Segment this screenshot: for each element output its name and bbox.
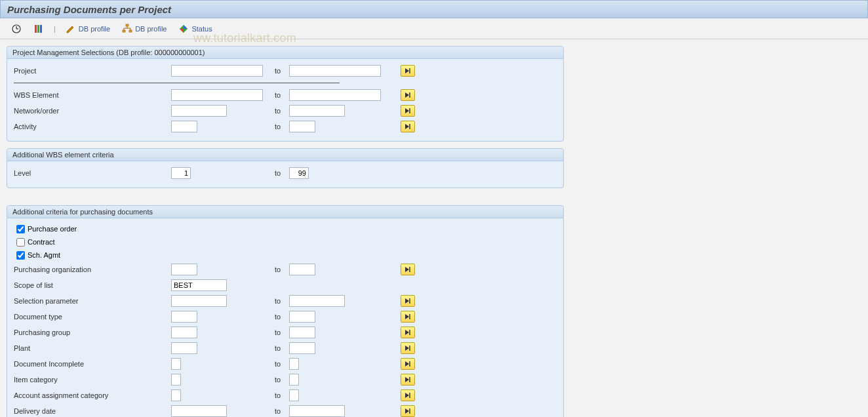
input-selparam-from[interactable]: [171, 295, 227, 307]
input-scope[interactable]: [171, 279, 227, 291]
row-sch-check: Sch. Agmt: [16, 248, 557, 262]
label-deldate: Delivery date: [14, 407, 171, 415]
input-deldate-from[interactable]: [171, 405, 227, 417]
row-pgroup: Purchasing group to: [14, 325, 557, 340]
row-itemcat: Item category to: [14, 372, 557, 387]
to-label: to: [269, 376, 289, 384]
input-activity-to[interactable]: [289, 121, 315, 132]
input-selparam-to[interactable]: [289, 295, 345, 307]
to-label: to: [269, 313, 289, 321]
toolbar: | DB profile DB profile Status: [0, 18, 868, 39]
to-label: to: [269, 360, 289, 368]
checkbox-contract[interactable]: [16, 238, 25, 247]
label-project: Project: [14, 67, 171, 75]
input-activity-from[interactable]: [171, 121, 197, 132]
input-level-from[interactable]: [171, 167, 191, 179]
status-button[interactable]: Status: [174, 22, 216, 36]
to-label: to: [269, 91, 289, 99]
input-acctcat-from[interactable]: [171, 389, 181, 401]
input-project-from[interactable]: [171, 65, 263, 77]
checkbox-sch-agmt[interactable]: [16, 251, 25, 260]
status-diamond-icon: [178, 24, 189, 34]
row-docinc: Document Incomplete to: [14, 356, 557, 372]
svg-rect-6: [126, 24, 128, 26]
to-label: to: [269, 169, 289, 177]
svg-rect-5: [40, 25, 42, 33]
svg-rect-4: [37, 25, 39, 33]
execute-button[interactable]: [7, 22, 26, 36]
input-itemcat-to[interactable]: [289, 374, 299, 386]
input-pgroup-from[interactable]: [171, 327, 197, 338]
row-scope: Scope of list: [14, 277, 557, 293]
group-purchasing-criteria: Additional criteria for purchasing docum…: [7, 205, 564, 417]
multi-select-plant-button[interactable]: [401, 342, 415, 354]
input-doctype-from[interactable]: [171, 311, 197, 323]
input-wbs-to[interactable]: [289, 89, 381, 101]
multi-select-porg-button[interactable]: [401, 264, 415, 275]
label: DB profile: [79, 25, 110, 33]
row-selparam: Selection parameter to: [14, 293, 557, 309]
input-plant-to[interactable]: [289, 342, 315, 354]
label-po: Purchase order: [28, 225, 77, 233]
row-network: Network/order to: [14, 103, 557, 119]
input-docinc-to[interactable]: [289, 358, 299, 370]
divider: [14, 83, 340, 83]
label-porg: Purchasing organization: [14, 266, 171, 273]
row-level: Level to: [14, 165, 557, 181]
input-pgroup-to[interactable]: [289, 327, 315, 338]
multi-select-activity-button[interactable]: [401, 121, 415, 132]
input-doctype-to[interactable]: [289, 311, 315, 323]
checkbox-purchase-order[interactable]: [16, 225, 25, 233]
to-label: to: [269, 391, 289, 399]
label: DB profile: [135, 25, 167, 33]
title-bar: Purchasing Documents per Project: [0, 0, 868, 18]
multi-select-deldate-button[interactable]: [401, 405, 415, 417]
svg-rect-3: [35, 25, 37, 33]
multi-select-pgroup-button[interactable]: [401, 327, 415, 338]
multi-select-acctcat-button[interactable]: [401, 389, 415, 401]
svg-marker-10: [184, 25, 187, 29]
input-plant-from[interactable]: [171, 342, 197, 354]
separator: |: [54, 25, 56, 33]
db-profile-view-button[interactable]: DB profile: [117, 22, 171, 36]
rainbow-bars-icon: [33, 24, 44, 34]
multi-select-doctype-button[interactable]: [401, 311, 415, 323]
input-wbs-from[interactable]: [171, 89, 263, 101]
label-acctcat: Account assignment category: [14, 391, 171, 399]
multi-select-wbs-button[interactable]: [401, 89, 415, 101]
multi-select-docinc-button[interactable]: [401, 358, 415, 370]
input-porg-to[interactable]: [289, 264, 315, 275]
multi-select-network-button[interactable]: [401, 105, 415, 117]
to-label: to: [269, 407, 289, 415]
row-wbs: WBS Element to: [14, 87, 557, 103]
input-network-to[interactable]: [289, 105, 345, 117]
row-acctcat: Account assignment category to: [14, 387, 557, 403]
input-deldate-to[interactable]: [289, 405, 345, 417]
label: Status: [191, 25, 212, 33]
variants-button[interactable]: [29, 22, 49, 36]
input-acctcat-to[interactable]: [289, 389, 299, 401]
db-profile-edit-button[interactable]: DB profile: [61, 22, 115, 36]
multi-select-selparam-button[interactable]: [401, 295, 415, 307]
input-network-from[interactable]: [171, 105, 227, 117]
input-project-to[interactable]: [289, 65, 381, 77]
structure-icon: [122, 24, 132, 34]
to-label: to: [269, 297, 289, 305]
label-pgroup: Purchasing group: [14, 328, 171, 336]
label-itemcat: Item category: [14, 376, 171, 384]
input-porg-from[interactable]: [171, 264, 197, 275]
multi-select-itemcat-button[interactable]: [401, 374, 415, 386]
row-po-check: Purchase order: [16, 222, 557, 235]
multi-select-project-button[interactable]: [401, 65, 415, 77]
execute-icon: [11, 24, 22, 34]
to-label: to: [269, 344, 289, 352]
input-level-to[interactable]: [289, 167, 309, 179]
label-docinc: Document Incomplete: [14, 360, 171, 368]
label-sch: Sch. Agmt: [28, 251, 60, 259]
label-level: Level: [14, 169, 171, 177]
to-label: to: [269, 123, 289, 130]
row-contract-check: Contract: [16, 235, 557, 248]
input-itemcat-from[interactable]: [171, 374, 181, 386]
input-docinc-from[interactable]: [171, 358, 181, 370]
label-contract: Contract: [28, 238, 55, 246]
